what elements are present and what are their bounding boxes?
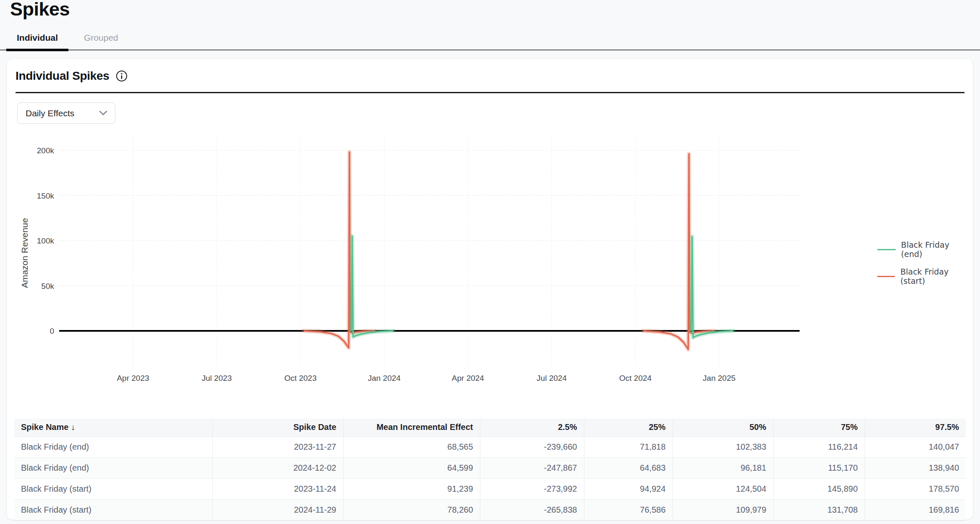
y-tick-label: 0 [50, 327, 54, 335]
legend-swatch-green [877, 249, 896, 250]
y-axis-title: Amazon Revenue [20, 218, 30, 288]
series-band [304, 152, 375, 348]
legend-label: Black Friday (start) [900, 267, 973, 286]
series-band [351, 236, 394, 337]
value-cell: 124,504 [672, 478, 773, 499]
header-divider [16, 92, 964, 93]
value-cell: 140,047 [865, 436, 966, 457]
series-band [691, 236, 734, 338]
column-header-75-[interactable]: 75% [773, 419, 865, 436]
y-tick-label: 150k [37, 191, 55, 200]
value-cell: -247,867 [480, 457, 584, 478]
legend-entry-black-friday-start[interactable]: Black Friday (start) [877, 267, 973, 286]
effects-dropdown[interactable]: Daily Effects [17, 102, 115, 124]
value-cell: 109,979 [672, 499, 773, 520]
value-cell: 2024-11-29 [212, 499, 343, 520]
x-tick-label: Jan 2024 [368, 374, 401, 383]
column-header-spike-date[interactable]: Spike Date [212, 419, 343, 436]
y-tick-label: 200k [37, 146, 55, 155]
card-title-row: Individual Spikes [16, 69, 128, 83]
card-title: Individual Spikes [16, 69, 109, 83]
column-header-spike-name[interactable]: Spike Name ↓ [14, 419, 212, 436]
column-header-25-[interactable]: 25% [584, 419, 672, 436]
x-tick-label: Jan 2025 [703, 374, 735, 383]
series-line [351, 236, 394, 337]
table-header-row: Spike Name ↓Spike DateMean Incremental E… [14, 419, 966, 436]
table-row[interactable]: Black Friday (end)2023-11-2768,565-239,6… [14, 436, 966, 457]
series-line [304, 152, 375, 348]
value-cell: 91,239 [343, 478, 480, 499]
column-header-mean-incremental-effect[interactable]: Mean Incremental Effect [343, 419, 480, 436]
value-cell: 71,818 [584, 436, 672, 457]
column-header-50-[interactable]: 50% [672, 419, 773, 436]
table-row[interactable]: Black Friday (start)2023-11-2491,239-273… [14, 478, 966, 499]
chart-legend: Black Friday (end) Black Friday (start) [877, 240, 973, 286]
column-header-97-5-[interactable]: 97.5% [865, 419, 966, 436]
value-cell: 116,214 [773, 436, 865, 457]
value-cell: 138,940 [865, 457, 966, 478]
series-band [643, 154, 715, 349]
info-icon[interactable] [116, 70, 128, 82]
series-line [691, 236, 734, 338]
x-tick-label: Oct 2024 [619, 374, 652, 383]
value-cell: 68,565 [343, 436, 480, 457]
tab-individual-label: Individual [17, 33, 58, 43]
value-cell: 96,181 [672, 457, 773, 478]
value-cell: -273,992 [480, 478, 584, 499]
y-tick-label: 50k [41, 282, 54, 291]
spike-name-cell: Black Friday (start) [14, 499, 212, 520]
value-cell: 76,586 [584, 499, 672, 520]
chevron-down-icon [99, 111, 107, 115]
spikes-table: Spike Name ↓Spike DateMean Incremental E… [14, 419, 966, 521]
value-cell: 94,924 [584, 478, 672, 499]
value-cell: 64,683 [584, 457, 672, 478]
page-title: Spikes [10, 0, 70, 20]
spike-name-cell: Black Friday (start) [14, 478, 212, 499]
spikes-chart[interactable]: Apr 2023Jul 2023Oct 2023Jan 2024Apr 2024… [26, 133, 806, 393]
column-header-2-5-[interactable]: 2.5% [480, 419, 584, 436]
y-tick-label: 100k [37, 236, 55, 245]
legend-swatch-red [877, 276, 895, 277]
x-tick-label: Jul 2023 [202, 374, 232, 383]
effects-dropdown-value: Daily Effects [26, 108, 74, 118]
chart-canvas[interactable]: Apr 2023Jul 2023Oct 2023Jan 2024Apr 2024… [26, 133, 806, 393]
value-cell: 169,816 [865, 499, 966, 520]
spike-name-cell: Black Friday (end) [14, 457, 212, 478]
value-cell: 64,599 [343, 457, 480, 478]
value-cell: 131,708 [773, 499, 865, 520]
value-cell: 2023-11-27 [212, 436, 343, 457]
tab-grouped-label: Grouped [84, 33, 118, 43]
value-cell: 102,383 [672, 436, 773, 457]
table-row[interactable]: Black Friday (start)2024-11-2978,260-265… [14, 499, 966, 520]
x-tick-label: Apr 2024 [452, 374, 485, 383]
value-cell: 2024-12-02 [212, 457, 343, 478]
x-tick-label: Apr 2023 [117, 374, 149, 383]
table-row[interactable]: Black Friday (end)2024-12-0264,599-247,8… [14, 457, 966, 478]
legend-label: Black Friday (end) [901, 240, 973, 259]
x-tick-label: Oct 2023 [284, 374, 317, 383]
value-cell: -239,660 [480, 436, 584, 457]
x-tick-label: Jul 2024 [537, 374, 567, 383]
value-cell: 145,890 [773, 478, 865, 499]
series-line [643, 154, 715, 349]
value-cell: 115,170 [773, 457, 865, 478]
individual-spikes-card: Individual Spikes Daily Effects Apr 2023… [6, 59, 973, 520]
tab-individual[interactable]: Individual [6, 26, 68, 50]
spike-name-cell: Black Friday (end) [14, 436, 212, 457]
value-cell: 178,570 [865, 478, 966, 499]
value-cell: -265,838 [480, 499, 584, 520]
value-cell: 2023-11-24 [212, 478, 343, 499]
legend-entry-black-friday-end[interactable]: Black Friday (end) [877, 240, 973, 259]
tab-bar: Individual Grouped [0, 26, 980, 50]
value-cell: 78,260 [343, 499, 480, 520]
tab-grouped[interactable]: Grouped [73, 26, 129, 50]
